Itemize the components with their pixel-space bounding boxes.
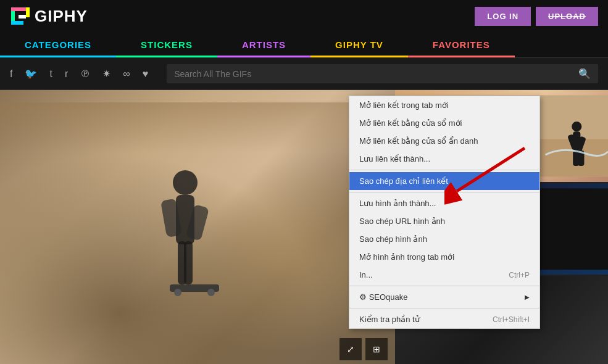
ctx-print[interactable]: In... Ctrl+P [349, 266, 539, 284]
logo-area: GIPHY [10, 6, 88, 26]
grid-button[interactable]: ⊞ [365, 338, 388, 360]
header: GIPHY LOG IN UPLOAD [0, 0, 608, 32]
svg-rect-4 [19, 15, 26, 19]
ctx-separator-4 [349, 308, 539, 308]
svg-point-5 [173, 170, 198, 195]
svg-rect-2 [26, 7, 30, 17]
ctx-seoquake[interactable]: ⚙ SEOquake [349, 288, 539, 306]
svg-rect-3 [11, 21, 23, 25]
ctx-open-window[interactable]: Mở liên kết bằng cửa sổ mới [349, 114, 539, 132]
ctx-inspect-shortcut: Ctrl+Shift+I [493, 315, 530, 324]
upload-button[interactable]: UPLOAD [536, 7, 598, 26]
login-button[interactable]: LOG IN [475, 7, 531, 26]
nav-item-artists[interactable]: ARTISTS [217, 32, 310, 57]
context-menu: Mở liên kết trong tab mới Mở liên kết bằ… [349, 96, 540, 329]
facebook-icon[interactable]: f [10, 68, 12, 80]
search-container: 🔍 [167, 64, 598, 83]
ctx-copy-link[interactable]: Sao chép địa chỉ liên kết [349, 172, 539, 190]
svg-rect-10 [184, 241, 193, 284]
search-input[interactable] [174, 69, 578, 79]
nav-item-giphytv[interactable]: GIPHY TV [310, 32, 408, 57]
ctx-copy-image[interactable]: Sao chép hình ảnh [349, 230, 539, 248]
ctx-open-tab[interactable]: Mở liên kết trong tab mới [349, 96, 539, 114]
ctx-copy-image-url[interactable]: Sao chép URL hình ảnh [349, 212, 539, 230]
tumblr-icon[interactable]: t [49, 68, 52, 80]
logo-text: GIPHY [35, 7, 88, 26]
ctx-print-shortcut: Ctrl+P [509, 271, 530, 279]
svg-point-16 [572, 122, 581, 131]
svg-rect-1 [11, 7, 28, 11]
ctx-open-incognito[interactable]: Mở liên kết bằng cửa sổ ẩn danh [349, 132, 539, 150]
search-icon[interactable]: 🔍 [578, 68, 591, 80]
nav-item-stickers[interactable]: STICKERS [116, 32, 217, 57]
nav-bar: CATEGORIES STICKERS ARTISTS GIPHY TV FAV… [0, 32, 608, 58]
ctx-save-image[interactable]: Lưu hình ảnh thành... [349, 194, 539, 212]
giphy-logo-icon [10, 6, 30, 26]
heart-icon[interactable]: ♥ [143, 68, 149, 80]
skateboard-figure [123, 146, 247, 331]
ctx-save-link[interactable]: Lưu liên kết thành... [349, 150, 539, 168]
link-icon[interactable]: ∞ [123, 68, 130, 80]
ctx-open-image-tab[interactable]: Mở hình ảnh trong tab mới [349, 248, 539, 266]
ctx-separator-1 [349, 170, 539, 170]
instagram-icon[interactable]: ✷ [102, 68, 110, 80]
ctx-separator-3 [349, 286, 539, 286]
main-gif: ⤢ ⊞ [0, 90, 395, 364]
gif-controls: ⤢ ⊞ [339, 338, 388, 360]
twitter-icon[interactable]: 🐦 [25, 68, 37, 80]
ctx-separator-2 [349, 192, 539, 192]
svg-point-12 [174, 289, 181, 296]
header-buttons: LOG IN UPLOAD [475, 7, 598, 26]
reddit-icon[interactable]: r [65, 68, 68, 80]
svg-point-13 [207, 289, 215, 296]
ctx-inspect[interactable]: Kiểm tra phần tử Ctrl+Shift+I [349, 310, 539, 328]
nav-item-categories[interactable]: CATEGORIES [0, 32, 116, 57]
expand-button[interactable]: ⤢ [339, 338, 362, 360]
nav-item-favorites[interactable]: FAVORITES [408, 32, 515, 57]
pinterest-icon[interactable]: ℗ [80, 68, 90, 80]
social-bar: f 🐦 t r ℗ ✷ ∞ ♥ 🔍 [0, 58, 608, 90]
